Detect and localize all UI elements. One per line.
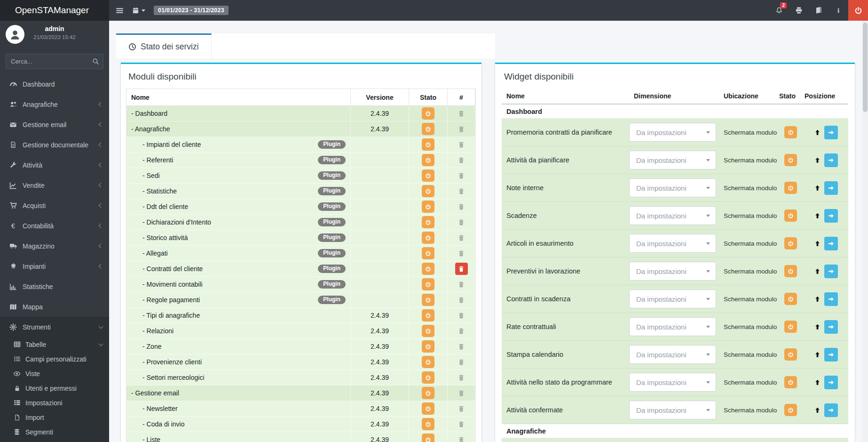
power-toggle-button[interactable]	[422, 263, 434, 275]
move-up-button[interactable]	[814, 323, 821, 330]
power-toggle-button[interactable]	[784, 376, 797, 388]
search-input[interactable]	[6, 54, 103, 69]
move-to-button[interactable]	[824, 209, 838, 223]
sidebar-item-gestione-documentale[interactable]: Gestione documentale	[0, 135, 109, 155]
power-toggle-button[interactable]	[422, 340, 434, 353]
search-icon[interactable]	[92, 58, 99, 65]
power-toggle-button[interactable]	[422, 434, 434, 442]
power-toggle-button[interactable]	[422, 309, 434, 321]
calendar-button[interactable]	[132, 7, 145, 14]
delete-button[interactable]	[458, 312, 465, 319]
move-up-button[interactable]	[814, 212, 821, 219]
delete-button[interactable]	[458, 405, 465, 412]
move-to-button[interactable]	[824, 153, 838, 167]
dimension-select[interactable]: Da impostazioni	[629, 262, 716, 281]
tab-stato-dei-servizi[interactable]: Stato dei servizi	[116, 33, 212, 58]
delete-button[interactable]	[458, 421, 465, 428]
sidebar-item-mappa[interactable]: Mappa	[0, 297, 109, 317]
power-toggle-button[interactable]	[784, 237, 797, 249]
info-button[interactable]: i	[829, 0, 848, 21]
power-toggle-button[interactable]	[422, 278, 434, 290]
delete-button[interactable]	[458, 250, 465, 257]
delete-button[interactable]	[458, 390, 465, 397]
power-toggle-button[interactable]	[784, 154, 797, 166]
move-to-button[interactable]	[824, 376, 838, 389]
sidebar-item-statistiche[interactable]: Statistiche	[0, 276, 109, 297]
power-toggle-button[interactable]	[422, 247, 434, 259]
move-to-button[interactable]	[824, 237, 838, 250]
sidebar-item-gestione-email[interactable]: Gestione email	[0, 114, 109, 135]
move-to-button[interactable]	[824, 126, 838, 139]
power-toggle-button[interactable]	[784, 209, 797, 222]
sidebar-toggle-button[interactable]	[116, 7, 124, 15]
delete-button[interactable]	[458, 126, 465, 133]
power-toggle-button[interactable]	[422, 232, 434, 244]
delete-button[interactable]	[458, 359, 465, 366]
scrollbar-thumb[interactable]	[863, 23, 868, 112]
logout-button[interactable]	[848, 0, 868, 21]
dimension-select[interactable]: Da impostazioni	[629, 123, 716, 142]
move-up-button[interactable]	[814, 379, 821, 386]
docs-button[interactable]	[809, 0, 829, 21]
delete-button[interactable]	[458, 141, 465, 148]
dimension-select[interactable]: Da impostazioni	[629, 178, 716, 197]
sidebar-item-vendite[interactable]: Vendite	[0, 175, 109, 195]
power-toggle-button[interactable]	[422, 107, 434, 120]
power-toggle-button[interactable]	[422, 402, 434, 415]
power-toggle-button[interactable]	[422, 294, 434, 306]
move-up-button[interactable]	[814, 407, 821, 414]
move-to-button[interactable]	[824, 292, 838, 306]
move-up-button[interactable]	[814, 240, 821, 247]
sidebar-item-dashboard[interactable]: Dashboard	[0, 74, 109, 94]
dimension-select[interactable]: Da impostazioni	[629, 289, 716, 308]
sidebar-item-strumenti[interactable]: Strumenti	[0, 317, 109, 337]
dimension-select[interactable]: Da impostazioni	[629, 206, 716, 225]
sidebar-item-contabilita[interactable]: €Contabilità	[0, 216, 109, 236]
delete-button[interactable]	[458, 172, 465, 179]
power-toggle-button[interactable]	[422, 185, 434, 197]
delete-button[interactable]	[458, 157, 465, 164]
sidebar-item-acquisti[interactable]: Acquisti	[0, 195, 109, 216]
power-toggle-button[interactable]	[422, 154, 434, 166]
delete-button[interactable]	[458, 281, 465, 288]
sidebar-item-import[interactable]: Import	[0, 410, 109, 425]
sidebar-item-impostazioni[interactable]: Impostazioni	[0, 395, 109, 410]
delete-button[interactable]	[458, 374, 465, 381]
dimension-select[interactable]: Da impostazioni	[629, 345, 716, 364]
sidebar-item-segmenti[interactable]: Segmenti	[0, 425, 109, 439]
delete-button[interactable]	[458, 188, 465, 195]
delete-button[interactable]	[458, 436, 465, 442]
power-toggle-button[interactable]	[784, 126, 797, 138]
dimension-select[interactable]: Da impostazioni	[629, 234, 716, 253]
power-toggle-button[interactable]	[784, 182, 797, 194]
dimension-select[interactable]: Da impostazioni	[629, 151, 716, 169]
avatar[interactable]	[6, 25, 24, 44]
dimension-select[interactable]: Da impostazioni	[629, 373, 716, 392]
power-toggle-button[interactable]	[422, 123, 434, 135]
power-toggle-button[interactable]	[422, 138, 434, 151]
move-up-button[interactable]	[814, 185, 821, 192]
delete-button[interactable]	[458, 297, 465, 304]
move-to-button[interactable]	[824, 348, 838, 362]
sidebar-item-attivita[interactable]: Attività	[0, 155, 109, 175]
power-toggle-button[interactable]	[784, 293, 797, 305]
sidebar-item-viste[interactable]: Viste	[0, 366, 109, 381]
app-logo[interactable]: OpenSTAManager	[0, 0, 109, 21]
print-button[interactable]	[789, 0, 809, 21]
power-toggle-button[interactable]	[784, 265, 797, 277]
move-up-button[interactable]	[814, 129, 821, 136]
delete-button[interactable]	[458, 328, 465, 335]
sidebar-item-campi-personalizzati[interactable]: Campi personalizzati	[0, 352, 109, 366]
power-toggle-button[interactable]	[422, 325, 434, 337]
power-toggle-button[interactable]	[422, 216, 434, 228]
notifications-button[interactable]: 2	[769, 0, 789, 21]
move-to-button[interactable]	[824, 265, 838, 278]
sidebar-item-impianti[interactable]: Impianti	[0, 256, 109, 276]
delete-button[interactable]	[458, 203, 465, 210]
power-toggle-button[interactable]	[422, 169, 434, 182]
delete-button[interactable]	[455, 263, 468, 275]
sidebar-item-tabelle[interactable]: Tabelle	[0, 337, 109, 352]
move-up-button[interactable]	[814, 296, 821, 303]
sidebar-item-magazzino[interactable]: Magazzino	[0, 236, 109, 256]
delete-button[interactable]	[458, 234, 465, 241]
